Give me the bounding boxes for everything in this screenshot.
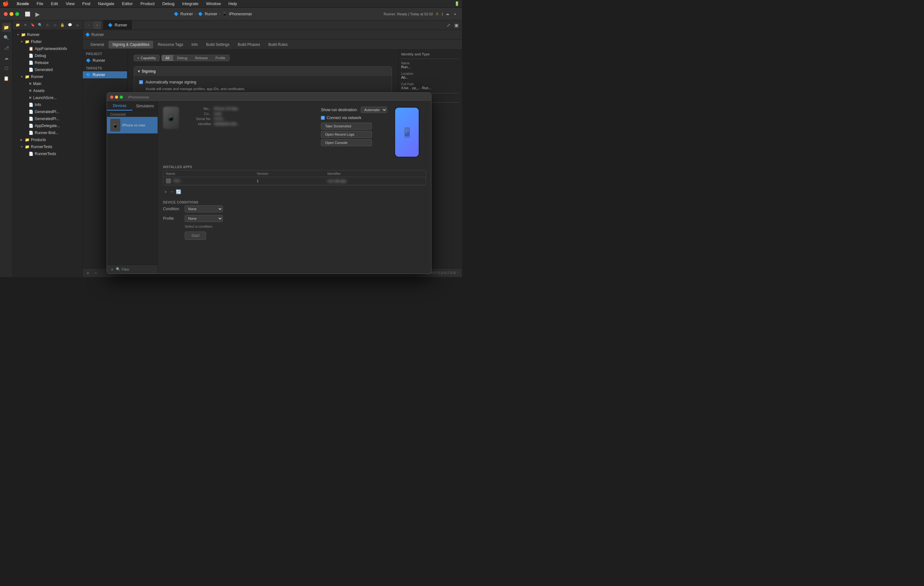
- add-device-button[interactable]: +: [109, 267, 115, 272]
- cap-tab-release[interactable]: Release: [191, 55, 211, 61]
- reports-icon[interactable]: 📋: [2, 74, 11, 83]
- tree-appdelegate[interactable]: ▶ 📄 AppDelegate...: [13, 122, 82, 129]
- open-console-button[interactable]: Open Console: [321, 139, 372, 146]
- nav-forward-button[interactable]: ›: [94, 21, 101, 29]
- sidebar-toggle-icon[interactable]: ⬜: [24, 11, 31, 17]
- tree-runner-brid[interactable]: ▶ 📄 Runner-Brid...: [13, 129, 82, 136]
- cap-tab-all[interactable]: All: [162, 55, 173, 61]
- menu-find[interactable]: Find: [81, 1, 91, 6]
- tab-build-rules[interactable]: Build Rules: [265, 41, 292, 48]
- tab-signing-label: Signing & Capabilities: [112, 42, 150, 47]
- tree-runnertests[interactable]: ▼ 📁 RunnerTests: [13, 143, 82, 150]
- model-value: iPhone XS Max: [214, 107, 238, 111]
- nav-back-button[interactable]: ‹: [85, 21, 92, 29]
- maximize-button[interactable]: [15, 12, 19, 16]
- device-list-item[interactable]: 📱 iPhone xs max: [107, 117, 158, 134]
- add-row-button[interactable]: +: [85, 271, 91, 276]
- apple-menu[interactable]: 🍎: [3, 1, 9, 7]
- add-capability-button[interactable]: + Capability: [134, 55, 160, 61]
- sidebar-tool-5[interactable]: ⚠: [45, 22, 51, 28]
- tree-main[interactable]: ▶ ✕ Main: [13, 80, 82, 87]
- connect-network-checkbox[interactable]: ✓: [321, 116, 325, 120]
- panel-runner-target[interactable]: 🔷 Runner: [83, 71, 127, 78]
- sidebar-tool-4[interactable]: 🔍: [37, 22, 43, 28]
- profile-select[interactable]: None: [185, 215, 223, 222]
- breadcrumb-runner: Runner: [91, 33, 104, 37]
- refresh-app-button[interactable]: 🔄: [176, 189, 181, 194]
- sidebar-tool-8[interactable]: 💬: [67, 22, 73, 28]
- minimize-button[interactable]: [10, 12, 13, 16]
- menu-product[interactable]: Product: [139, 1, 156, 6]
- run-dest-select[interactable]: Automatic: [361, 107, 387, 113]
- run-button[interactable]: ▶: [33, 11, 42, 17]
- menu-integrate[interactable]: Integrate: [181, 1, 200, 6]
- sidebar-tool-7[interactable]: 🔒: [59, 22, 66, 28]
- tab-build-phases[interactable]: Build Phases: [234, 41, 264, 48]
- remove-row-button[interactable]: −: [93, 271, 98, 276]
- tree-info[interactable]: ▶ 📄 Info: [13, 101, 82, 108]
- menu-window[interactable]: Window: [205, 1, 222, 6]
- devices-tab[interactable]: Devices: [107, 102, 132, 111]
- condition-select[interactable]: None: [185, 205, 223, 213]
- tree-flutter[interactable]: ▼ 📁 Flutter: [13, 38, 82, 45]
- panel-runner-project[interactable]: 🔷 Runner: [83, 57, 127, 64]
- remove-app-button[interactable]: −: [169, 189, 175, 194]
- modal-close-button[interactable]: [110, 96, 113, 99]
- cap-tab-debug[interactable]: Debug: [173, 55, 191, 61]
- menu-file[interactable]: File: [35, 1, 45, 6]
- condition-row: Condition None: [163, 205, 426, 213]
- add-button[interactable]: +: [452, 11, 458, 17]
- close-button[interactable]: [4, 12, 8, 16]
- sidebar-tool-3[interactable]: 🔖: [30, 22, 36, 28]
- modal-expand-button[interactable]: [120, 96, 123, 99]
- folder-icon[interactable]: 📁: [15, 22, 21, 28]
- menu-edit[interactable]: Edit: [50, 1, 59, 6]
- modal-minimize-button[interactable]: [115, 96, 118, 99]
- tab-info[interactable]: Info: [188, 41, 201, 48]
- sidebar-tool-6[interactable]: ◇: [52, 22, 58, 28]
- menu-navigate[interactable]: Navigate: [97, 1, 116, 6]
- runner-tab[interactable]: 🔷 Runner: [104, 20, 132, 30]
- sidebar-tool-9[interactable]: ≡: [74, 22, 81, 28]
- sidebar-tool-2[interactable]: ✕: [22, 22, 28, 28]
- cloud-icon[interactable]: ☁: [2, 53, 11, 63]
- simulators-tab-label: Simulators: [136, 104, 154, 108]
- tab-resource-tags[interactable]: Resource Tags: [154, 41, 187, 48]
- open-recent-logs-button[interactable]: Open Recent Logs: [321, 131, 372, 138]
- tree-appframeworkinfo[interactable]: ▶ 📋 AppFrameworkInfo: [13, 45, 82, 52]
- add-app-button[interactable]: +: [163, 189, 168, 194]
- tree-generated[interactable]: ▶ 📄 Generated: [13, 66, 82, 73]
- tab-signing[interactable]: Signing & Capabilities: [109, 41, 153, 48]
- tree-debug[interactable]: ▶ 📄 Debug: [13, 52, 82, 59]
- table-row[interactable]: Unit... 1 com.alk.app: [163, 177, 426, 185]
- tree-launchscreen[interactable]: ▶ ✕ LaunchScre...: [13, 94, 82, 101]
- tree-runnertests-file[interactable]: ▶ 📄 RunnerTests: [13, 150, 82, 157]
- tree-release[interactable]: ▶ 📄 Release: [13, 59, 82, 66]
- menu-view[interactable]: View: [64, 1, 76, 6]
- source-control-icon[interactable]: ⎇: [2, 43, 11, 52]
- devices-modal[interactable]: iPhonexsmax Devices Simulators Connected…: [107, 92, 431, 274]
- tree-generatedpl2[interactable]: ▶ 📄 GeneratedPl...: [13, 115, 82, 122]
- tree-assets[interactable]: ▶ ✕ Assets: [13, 87, 82, 94]
- auto-manage-checkbox[interactable]: ✓: [139, 80, 143, 84]
- tab-build-settings[interactable]: Build Settings: [202, 41, 233, 48]
- tree-main-label: Main: [33, 81, 80, 86]
- tree-products[interactable]: ▶ 📁 Products: [13, 136, 82, 143]
- menu-help[interactable]: Help: [227, 1, 238, 6]
- breakpoints-icon[interactable]: ⬡: [2, 64, 11, 73]
- navigator-icon[interactable]: 📁: [2, 23, 11, 32]
- menu-xcode[interactable]: Xcode: [15, 1, 30, 6]
- simulators-tab[interactable]: Simulators: [132, 102, 158, 111]
- take-screenshot-button[interactable]: Take Screenshot: [321, 123, 372, 130]
- editor-expand-icon[interactable]: ⤢: [446, 22, 452, 28]
- tree-generatedpl1[interactable]: ▶ 📄 GeneratedPl...: [13, 108, 82, 115]
- editor-split-icon[interactable]: ▣: [453, 22, 459, 28]
- menu-debug[interactable]: Debug: [161, 1, 176, 6]
- cap-tab-profile[interactable]: Profile: [212, 55, 229, 61]
- search-icon[interactable]: 🔍: [2, 33, 11, 42]
- menu-editor[interactable]: Editor: [120, 1, 134, 6]
- start-button[interactable]: Start: [185, 231, 206, 240]
- tree-runner-root[interactable]: ▼ 📁 Runner: [13, 31, 82, 38]
- tree-runner-sub[interactable]: ▼ 📁 Runner: [13, 73, 82, 80]
- tab-general[interactable]: General: [87, 41, 108, 48]
